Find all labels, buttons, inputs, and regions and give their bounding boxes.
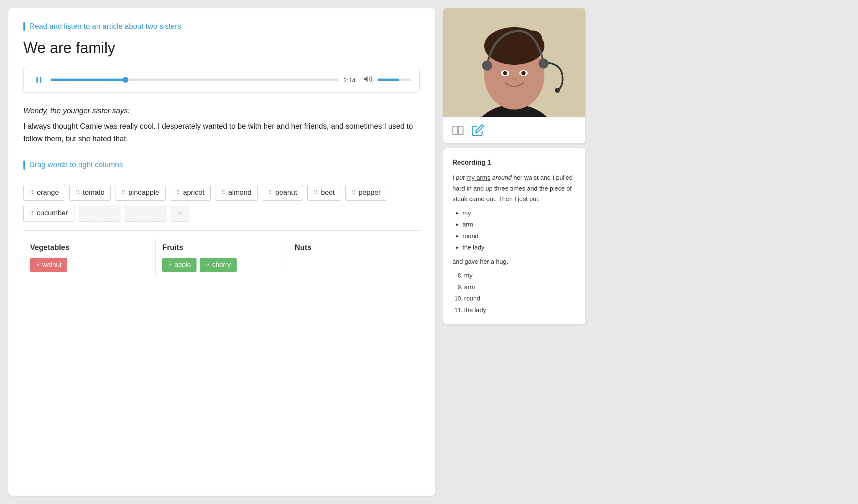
pause-button[interactable] [32,73,46,87]
numbered-item-11: the lady [464,305,576,316]
word-chip-label: peanut [275,188,297,197]
empty-slot-1 [79,205,120,222]
word-chip-peanut[interactable]: ⠿ peanut [262,185,303,201]
add-word-button[interactable]: + [171,205,190,222]
svg-point-15 [482,61,492,71]
column-fruits-title: Fruits [162,243,281,252]
numbered-item-8: my [464,270,576,281]
placed-chip-label: apple [174,261,191,269]
word-chip-label: almond [228,188,252,197]
recording-bullets: my arm round the lady [452,208,576,253]
volume-bar[interactable] [378,79,411,81]
article-title: We are family [23,39,420,57]
bullet-round: round [462,231,576,242]
placed-chip-cherry[interactable]: ⠿ cherry [200,258,236,272]
word-chip-beet[interactable]: ⠿ beet [307,185,341,201]
column-nuts-title: Nuts [295,243,413,252]
audio-progress-fill [51,79,125,81]
word-chip-label: apricot [183,188,204,197]
columns-area: Vegetables ⠿ walnut Fruits ⠿ apple ⠿ che… [23,239,420,276]
volume-bar-fill [378,79,399,81]
drag-handle: ⠿ [30,189,34,196]
drag-handle: ⠿ [206,262,209,268]
svg-marker-2 [364,76,368,81]
book-icon-button[interactable] [452,124,464,137]
word-chip-orange[interactable]: ⠿ orange [23,185,65,201]
audio-progress-bar[interactable] [51,79,338,81]
article-text: Wendy, the younger sister says: I always… [23,104,420,145]
empty-slot-2 [125,205,166,222]
article-body: I always thought Carnie was really cool.… [23,122,413,143]
word-chip-label: orange [37,188,59,197]
recording-title: Recording 1 [452,157,576,168]
svg-point-13 [521,71,526,75]
speaker-label: Wendy, the younger sister says: [23,104,420,117]
drag-handle: ⠿ [268,189,273,196]
drag-handle: ⠿ [176,189,181,196]
read-listen-title: Read and listen to an article about two … [23,22,420,31]
svg-point-16 [539,59,549,69]
teacher-card [443,8,585,143]
recording-suffix: and gave her a hug. [452,256,576,267]
recording-numbered: my arm round the lady [452,270,576,315]
drag-handle: ⠿ [30,210,34,216]
icon-row [443,117,585,143]
volume-icon[interactable] [363,74,373,86]
read-listen-label: Read and listen to an article about two … [29,22,181,31]
word-chip-pineapple[interactable]: ⠿ pineapple [115,185,166,201]
drag-handle: ⠿ [168,262,172,268]
word-chip-tomato[interactable]: ⠿ tomato [69,185,111,201]
word-chip-label: tomato [83,188,105,197]
word-chip-label: pepper [359,188,381,197]
main-panel: Read and listen to an article about two … [8,8,435,496]
audio-time: 2:14 [343,76,358,84]
word-chip-cucumber[interactable]: ⠿ cucumber [23,205,74,222]
column-vegetables-words: ⠿ walnut [30,258,148,272]
column-fruits: Fruits ⠿ apple ⠿ cherry [156,239,288,276]
recording-text: I put my arms around her waist and I pul… [452,172,576,204]
column-vegetables: Vegetables ⠿ walnut [23,239,156,276]
placed-chip-walnut[interactable]: ⠿ walnut [30,258,67,272]
placed-chip-label: cherry [212,261,230,269]
drag-handle: ⠿ [314,189,318,196]
word-chip-almond[interactable]: ⠿ almond [215,185,258,201]
word-bank: ⠿ orange ⠿ tomato ⠿ pineapple ⠿ apricot … [23,178,420,231]
drag-section-label: Drag words to right columns [29,160,123,169]
column-nuts: Nuts [288,239,420,276]
numbered-item-10: round [464,293,576,304]
svg-point-11 [503,71,507,75]
sidebar: Recording 1 I put my arms around her wai… [443,8,585,496]
bullet-my: my [462,208,576,219]
word-chip-label: beet [321,188,335,197]
drag-handle: ⠿ [76,189,80,196]
drag-handle: ⠿ [352,189,356,196]
edit-icon-button[interactable] [472,124,484,137]
placed-chip-apple[interactable]: ⠿ apple [162,258,197,272]
drag-handle: ⠿ [121,189,126,196]
word-chip-label: pineapple [128,188,159,197]
svg-rect-0 [36,77,38,82]
column-vegetables-title: Vegetables [30,243,148,252]
word-chip-pepper[interactable]: ⠿ pepper [345,185,387,201]
bullet-arm: arm [462,219,576,230]
svg-rect-1 [40,77,41,82]
bullet-the-lady: the lady [462,242,576,253]
word-chip-apricot[interactable]: ⠿ apricot [170,185,211,201]
audio-progress-thumb[interactable] [123,77,128,83]
drag-handle: ⠿ [36,262,40,268]
audio-player: 2:14 [23,67,420,93]
column-fruits-words: ⠿ apple ⠿ cherry [162,258,281,272]
svg-point-14 [555,88,560,93]
drag-section-title: Drag words to right columns [23,160,420,170]
drag-handle: ⠿ [221,189,226,196]
numbered-item-9: arm [464,282,576,293]
word-chip-label: cucumber [37,209,68,217]
recording-panel: Recording 1 I put my arms around her wai… [443,148,585,324]
teacher-photo-area [443,8,585,117]
placed-chip-label: walnut [42,261,61,269]
